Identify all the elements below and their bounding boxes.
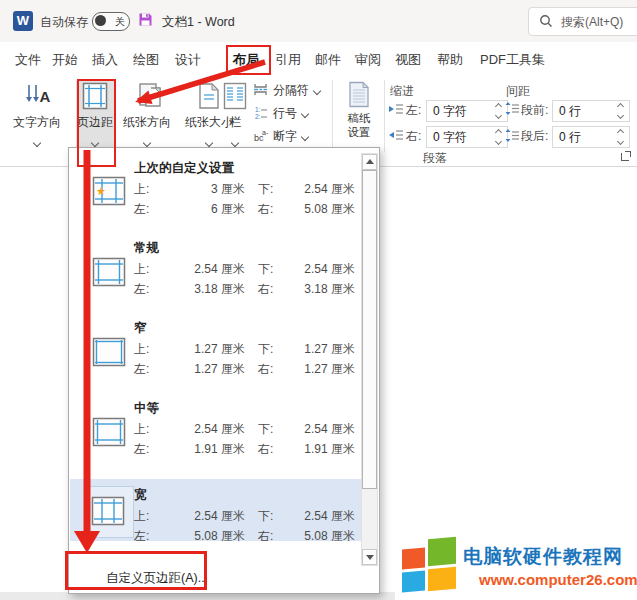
save-icon[interactable] (138, 12, 153, 31)
spinner-control[interactable] (494, 127, 504, 147)
spacing-before-input[interactable]: 0 行 (552, 100, 630, 122)
margins-icon (76, 82, 114, 112)
scroll-up-button[interactable] (362, 154, 377, 170)
scroll-down-button[interactable] (362, 549, 377, 565)
line-numbers-button[interactable]: 1:2: 行号 (253, 105, 308, 123)
spacing-after-input[interactable]: 0 行 (552, 126, 630, 148)
spacing-section-label: 间距 (506, 83, 530, 100)
scroll-up-icon (366, 159, 374, 164)
chevron-down-icon (33, 139, 41, 147)
group-divider (384, 80, 385, 152)
margin-preset-moderate[interactable]: 中等 上:2.54 厘米 下:2.54 厘米 左:1.91 厘米 右:1.91 … (70, 396, 362, 472)
watermark-site-name: 电脑软硬件教程网 (463, 544, 623, 570)
word-app-icon: W (13, 11, 33, 31)
paper-setup-button[interactable]: 稿纸 设置 (336, 79, 382, 153)
line-numbers-icon: 1:2: (253, 106, 269, 122)
hyphenation-button[interactable]: bca- 断字 (253, 128, 308, 146)
columns-button[interactable]: 栏 (214, 79, 256, 153)
chevron-down-icon (313, 87, 321, 95)
indent-section-label: 缩进 (390, 83, 414, 100)
tab-layout[interactable]: 布局 (233, 51, 259, 69)
tab-design[interactable]: 设计 (175, 51, 201, 69)
tab-review[interactable]: 审阅 (355, 51, 381, 69)
scroll-down-icon (366, 555, 374, 560)
word-window: W 自动保存 关 文档1 - Word 搜索(Alt+Q) 文件 开始 插入 绘… (0, 0, 637, 600)
tab-help[interactable]: 帮助 (437, 51, 463, 69)
orientation-button[interactable]: 纸张方向 (116, 79, 178, 153)
tab-view[interactable]: 视图 (395, 51, 421, 69)
text-direction-button[interactable]: A 文字方向 (6, 79, 68, 153)
watermark-site-url: www.computer26.com (479, 571, 637, 588)
columns-icon (214, 82, 256, 112)
tab-file[interactable]: 文件 (15, 51, 41, 69)
hyphenation-icon: bca- (253, 128, 269, 145)
svg-text:a-: a- (262, 129, 269, 136)
custom-margins-menu-item[interactable]: 自定义页边距(A)... (70, 565, 377, 591)
indent-left-icon (388, 103, 403, 118)
tab-mailings[interactable]: 邮件 (315, 51, 341, 69)
windows-flag-logo (402, 537, 458, 598)
spacing-before-label: 段前: (521, 102, 548, 119)
ribbon-tab-bar: 文件 开始 插入 绘图 设计 布局 引用 邮件 审阅 视图 帮助 PDF工具集 (0, 42, 637, 75)
indent-right-label: 右: (406, 128, 421, 145)
site-watermark: 电脑软硬件教程网 www.computer26.com (400, 537, 637, 599)
spinner-control[interactable] (616, 101, 626, 121)
search-icon (539, 14, 553, 32)
toggle-knob (95, 15, 106, 26)
autosave-label: 自动保存 (40, 14, 88, 31)
tab-pdf-tools[interactable]: PDF工具集 (480, 51, 545, 69)
scrollbar-thumb[interactable] (362, 170, 377, 489)
spacing-after-icon (505, 129, 519, 145)
document-title: 文档1 - Word (162, 14, 235, 31)
breaks-icon (253, 83, 269, 99)
spacing-before-icon (505, 102, 519, 118)
margin-preset-wide[interactable]: 宽 上:2.54 厘米 下:2.54 厘米 左:5.08 厘米 右:5.08 厘… (70, 479, 377, 541)
title-bar: W 自动保存 关 文档1 - Word 搜索(Alt+Q) (0, 0, 637, 42)
margins-dropdown-menu: ★ 上次的自定义设置 上:3 厘米 下:2.54 厘米 左:6 厘米 右:5.0… (68, 147, 380, 594)
text-direction-icon: A (6, 82, 68, 112)
margin-preset-last-custom[interactable]: ★ 上次的自定义设置 上:3 厘米 下:2.54 厘米 左:6 厘米 右:5.0… (70, 156, 362, 232)
search-placeholder: 搜索(Alt+Q) (561, 14, 623, 31)
svg-text:A: A (40, 88, 51, 105)
margin-preset-narrow[interactable]: 窄 上:1.27 厘米 下:1.27 厘米 左:1.27 厘米 右:1.27 厘… (70, 316, 362, 392)
indent-left-input[interactable]: 0 字符 (426, 100, 508, 122)
chevron-down-icon (301, 133, 309, 141)
margins-button[interactable]: 页边距 (76, 79, 114, 153)
orientation-icon (116, 82, 178, 112)
spinner-control[interactable] (616, 127, 626, 147)
autosave-state: 关 (115, 15, 125, 29)
paragraph-dialog-launcher-icon[interactable] (621, 150, 632, 161)
indent-right-icon (388, 129, 403, 144)
tab-home[interactable]: 开始 (52, 51, 78, 69)
group-divider (332, 80, 333, 152)
margin-preset-normal[interactable]: 常规 上:2.54 厘米 下:2.54 厘米 左:3.18 厘米 右:3.18 … (70, 236, 362, 312)
paragraph-group-label: 段落 (423, 150, 447, 167)
paper-setup-icon (336, 81, 382, 109)
breaks-button[interactable]: 分隔符 (253, 82, 320, 100)
tab-references[interactable]: 引用 (275, 51, 301, 69)
svg-text:1:: 1: (255, 106, 261, 113)
tab-insert[interactable]: 插入 (92, 51, 118, 69)
svg-text:2:: 2: (255, 113, 261, 119)
spinner-control[interactable] (494, 101, 504, 121)
dropdown-scrollbar[interactable] (361, 153, 378, 566)
spacing-after-label: 段后: (521, 128, 548, 145)
tab-draw[interactable]: 绘图 (133, 51, 159, 69)
search-input[interactable]: 搜索(Alt+Q) (528, 7, 637, 36)
autosave-toggle[interactable]: 关 (92, 12, 130, 31)
indent-right-input[interactable]: 0 字符 (426, 126, 508, 148)
indent-left-label: 左: (406, 102, 421, 119)
chevron-down-icon (301, 110, 309, 118)
